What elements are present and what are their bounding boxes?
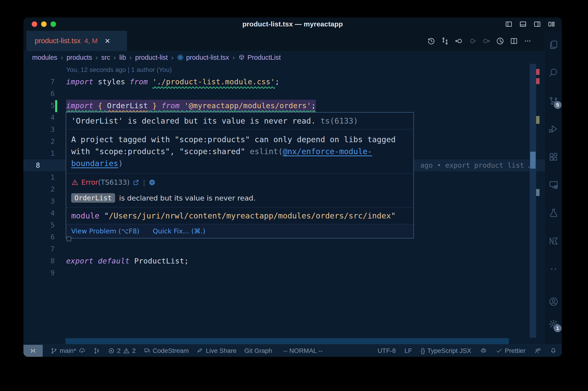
language-status[interactable]: {}TypeScript JSX: [421, 347, 471, 355]
compare-changes-icon[interactable]: [441, 37, 449, 45]
activity-accounts[interactable]: [548, 296, 559, 308]
live-share-status[interactable]: Live Share: [197, 347, 237, 355]
hover-resize-grip[interactable]: [67, 237, 71, 241]
activity-remote-explorer[interactable]: [548, 180, 559, 191]
gutter-line-number[interactable]: 5: [23, 100, 55, 112]
layout-sidebar-right-icon[interactable]: [533, 20, 541, 28]
code-text[interactable]: export default ProductList;: [66, 255, 189, 267]
code-token: [148, 101, 153, 110]
vim-mode-status[interactable]: -- NORMAL --: [283, 347, 323, 355]
horizontal-scrollbar[interactable]: [66, 338, 509, 344]
hover-action-view[interactable]: View Problem (⌥F8): [71, 227, 139, 235]
gutter-line-number[interactable]: 3: [23, 124, 55, 136]
breadcrumb-item-products[interactable]: products: [67, 54, 92, 61]
zoom-window-button[interactable]: [51, 21, 56, 27]
breadcrumb-item-productlist[interactable]: ProductList: [238, 54, 281, 61]
globe-icon[interactable]: [148, 179, 156, 186]
split-editor-icon[interactable]: [510, 37, 518, 45]
code-line[interactable]: 7: [23, 243, 545, 255]
feedback-status[interactable]: [534, 347, 541, 354]
status-label: main*: [60, 347, 76, 355]
nav-forward-icon[interactable]: [482, 37, 491, 45]
minimize-window-button[interactable]: [41, 21, 47, 27]
gutter-current-line-number[interactable]: 8: [36, 159, 40, 171]
breadcrumb-item-src[interactable]: src: [101, 54, 110, 61]
gutter-line-number[interactable]: 1: [23, 147, 55, 159]
breadcrumb-item-lib[interactable]: lib: [119, 54, 126, 61]
warning-triangle-icon: [123, 347, 130, 354]
problems-status[interactable]: 22: [108, 347, 136, 355]
activity-search[interactable]: [548, 68, 559, 79]
layout-customize-icon[interactable]: [548, 20, 555, 28]
gutter-line-number[interactable]: 1: [23, 171, 55, 183]
compare-branch-status[interactable]: [93, 347, 100, 354]
code-editor[interactable]: You, 12 seconds ago | 1 author (You)7imp…: [23, 64, 545, 338]
activity-extensions[interactable]: [548, 152, 559, 163]
gutter-line-number[interactable]: 2: [23, 136, 55, 147]
code-line[interactable]: 8export default ProductList;: [23, 255, 545, 267]
activity-explorer[interactable]: [548, 39, 559, 51]
breadcrumb-item-modules[interactable]: modules: [32, 54, 57, 61]
activity-testing[interactable]: [548, 208, 559, 219]
code-line[interactable]: 9: [23, 267, 545, 279]
gutter-line-number[interactable]: 7: [23, 76, 55, 88]
branch-status[interactable]: main*: [51, 347, 85, 355]
code-line[interactable]: 5import { OrderList } from '@myreactapp/…: [23, 100, 545, 112]
notifications-status[interactable]: [550, 347, 557, 354]
gutter-line-number[interactable]: 4: [23, 207, 55, 219]
eol-status[interactable]: LF: [405, 347, 412, 355]
breadcrumb-item-product-list[interactable]: product-list: [135, 54, 168, 61]
gutter-line-number[interactable]: 8: [23, 255, 55, 267]
code-line[interactable]: 7import styles from './product-list.modu…: [23, 76, 545, 88]
activity-settings[interactable]: 1: [548, 319, 559, 330]
status-label: TypeScript JSX: [427, 347, 471, 355]
run-icon[interactable]: [496, 37, 504, 45]
traffic-lights: [32, 17, 56, 31]
status-label: CodeStream: [153, 347, 189, 355]
gutter-line-number[interactable]: 9: [23, 267, 55, 279]
gutter-line-number[interactable]: 5: [23, 219, 55, 231]
breadcrumb-item-product-list-tsx[interactable]: product-list.tsx: [177, 54, 229, 61]
breadcrumb-separator: ›: [171, 54, 173, 61]
blame-annotation-row[interactable]: You, 12 seconds ago | 1 author (You): [23, 64, 545, 76]
nx-icon: [548, 236, 559, 246]
codestream-status[interactable]: CodeStream: [144, 347, 189, 355]
hover-eslint-message: A project tagged with "scope:products" c…: [66, 129, 414, 174]
activity-more-views[interactable]: [548, 264, 559, 275]
gutter-line-number[interactable]: 6: [23, 88, 55, 100]
code-text[interactable]: import { OrderList } from '@myreactapp/m…: [66, 100, 316, 112]
encoding-status[interactable]: UTF-8: [378, 347, 396, 355]
prettier-status[interactable]: Prettier: [496, 347, 525, 355]
activity-source-control[interactable]: 5: [548, 96, 559, 107]
status-bar: main*22CodeStreamLive ShareGit Graph-- N…: [23, 345, 562, 357]
activity-run-and-debug[interactable]: [548, 124, 559, 135]
git-graph-status[interactable]: Git Graph: [244, 347, 272, 355]
hover-action-quick[interactable]: Quick Fix... (⌘.): [153, 227, 205, 235]
open-rule-external-icon[interactable]: [132, 179, 140, 186]
history-icon[interactable]: [427, 37, 435, 45]
activity-nx-console[interactable]: [548, 236, 559, 247]
remote-indicator[interactable]: [23, 345, 43, 357]
more-actions-icon[interactable]: [523, 37, 532, 45]
copilot-status[interactable]: [480, 347, 487, 354]
nav-current-icon[interactable]: [468, 37, 477, 45]
gutter-line-number[interactable]: 7: [23, 243, 55, 255]
code-line[interactable]: 6: [23, 88, 545, 100]
breadcrumb-label: product-list: [135, 54, 168, 61]
gutter-line-number[interactable]: 6: [23, 231, 55, 243]
close-tab-icon[interactable]: ✕: [104, 37, 110, 45]
ruler-cursor-mark: [536, 189, 540, 196]
vertical-scrollbar[interactable]: [530, 152, 536, 169]
code-text[interactable]: import styles from './product-list.modul…: [66, 76, 279, 88]
breadcrumb-label: ProductList: [247, 54, 281, 61]
nav-back-icon[interactable]: [455, 37, 463, 45]
layout-panel-icon[interactable]: [519, 20, 527, 28]
layout-sidebar-left-icon[interactable]: [505, 20, 513, 28]
gutter-line-number[interactable]: 3: [23, 195, 55, 207]
tab-product-list[interactable]: product-list.tsx 4, M ✕: [26, 31, 127, 51]
gutter-line-number[interactable]: 4: [23, 112, 55, 124]
breadcrumb-label: lib: [119, 54, 126, 61]
close-window-button[interactable]: [32, 21, 37, 27]
symbol-class-icon: [238, 54, 245, 61]
gutter-line-number[interactable]: 2: [23, 183, 55, 195]
